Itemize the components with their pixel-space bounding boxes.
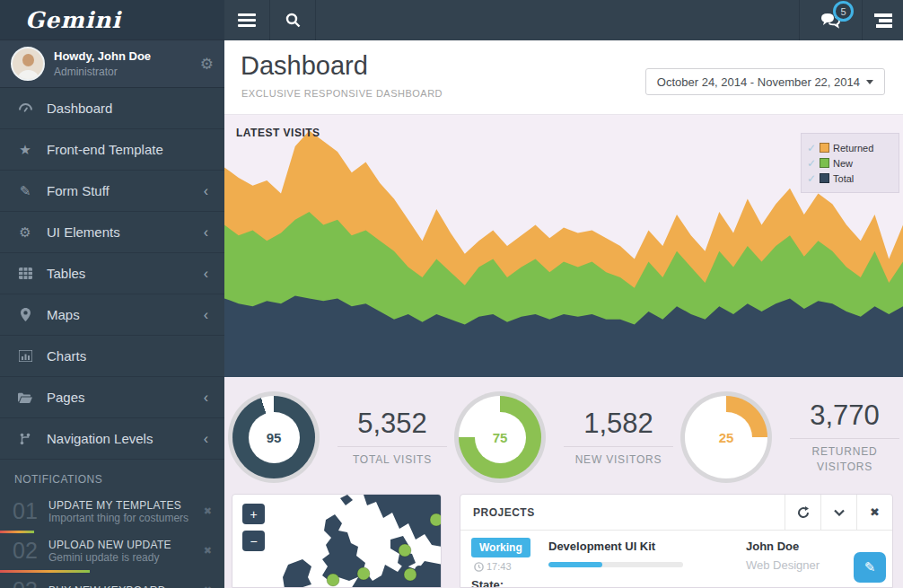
hamburger-icon — [238, 11, 256, 30]
tasks-button[interactable] — [862, 0, 903, 40]
latest-visits-chart-panel: LATEST VISITS ✓ Returned ✓ New ✓ Total — [224, 115, 903, 377]
pencil-icon: ✎ — [864, 559, 876, 575]
divider — [790, 438, 899, 439]
sidebar-item-ui-elements[interactable]: ⚙ UI Elements ‹ — [0, 212, 224, 253]
close-icon[interactable]: ✖ — [204, 545, 212, 557]
gears-icon: ⚙ — [16, 224, 34, 241]
donut-returned-visitors: 25 — [680, 391, 772, 483]
close-icon[interactable]: ✖ — [204, 505, 212, 517]
notification-subtitle: Important thing for costumers — [48, 512, 188, 524]
sidebar-item-label: Navigation Levels — [47, 431, 153, 446]
table-icon — [16, 268, 34, 279]
map-marker — [357, 567, 370, 580]
folder-icon — [16, 392, 34, 403]
refresh-icon — [797, 506, 810, 519]
status-badge[interactable]: Working — [471, 538, 530, 557]
notification-item[interactable]: 03 BUY NEW KEYBOARD ✖ — [0, 573, 224, 588]
clock-icon — [474, 562, 484, 572]
search-icon — [285, 13, 301, 28]
messages-count-badge: 5 — [833, 1, 854, 22]
fork-icon — [16, 433, 34, 445]
projects-title: PROJECTS — [460, 506, 535, 519]
sidebar-item-maps[interactable]: Maps ‹ — [0, 294, 224, 336]
legend-item-returned[interactable]: ✓ Returned — [807, 140, 893, 155]
stat-label: NEW VISITORS — [564, 452, 673, 468]
project-time: 17:43 — [487, 561, 512, 572]
check-icon: ✓ — [807, 172, 816, 185]
notification-number: 01 — [7, 498, 43, 524]
notification-title: UPLOAD NEW UPDATE — [48, 539, 171, 551]
sidebar-nav: Dashboard ★ Front-end Template ✎ Form St… — [0, 88, 224, 460]
map-marker-icon — [16, 308, 34, 321]
chevron-left-icon: ‹ — [204, 391, 208, 405]
topbar: 5 — [224, 0, 903, 40]
menu-toggle-button[interactable] — [224, 0, 270, 40]
date-range-picker[interactable]: October 24, 2014 - November 22, 2014 — [645, 68, 885, 95]
map-marker — [399, 544, 411, 557]
user-greeting: Howdy, John Doe — [54, 48, 151, 65]
stat-total-visits: 95 5,352 TOTAL VISITS — [224, 377, 451, 494]
stat-label: TOTAL VISITS — [338, 452, 447, 468]
notification-number: 03 — [7, 577, 43, 588]
chevron-left-icon: ‹ — [204, 308, 208, 322]
chart-title: LATEST VISITS — [236, 127, 320, 139]
refresh-button[interactable] — [785, 495, 820, 530]
sidebar-item-form-stuff[interactable]: ✎ Form Stuff ‹ — [0, 171, 224, 212]
legend-swatch — [820, 173, 829, 183]
legend-label: Total — [833, 173, 854, 184]
sidebar-item-tables[interactable]: Tables ‹ — [0, 253, 224, 294]
bar-chart-icon — [16, 350, 34, 362]
logo-bar: Gemini — [0, 0, 224, 40]
search-button[interactable] — [270, 0, 316, 40]
chart-legend: ✓ Returned ✓ New ✓ Total — [801, 133, 899, 193]
project-progress-track — [548, 562, 683, 567]
sidebar-item-label: Maps — [47, 307, 80, 322]
legend-item-new[interactable]: ✓ New — [807, 155, 893, 171]
map-marker — [430, 513, 442, 526]
legend-item-total[interactable]: ✓ Total — [807, 171, 893, 186]
notification-number: 02 — [7, 538, 43, 564]
stat-value: 5,352 — [338, 408, 447, 440]
stats-row: 95 5,352 TOTAL VISITS 75 1,582 NEW VISIT… — [224, 377, 903, 494]
map-zoom-out-button[interactable]: − — [242, 531, 265, 551]
settings-gear-icon[interactable]: ⚙ — [200, 55, 214, 74]
sidebar: Gemini Howdy, John Doe Administrator ⚙ D… — [0, 0, 224, 588]
projects-card: PROJECTS ✖ Working 17:43 — [460, 494, 893, 588]
stat-returned-visitors: 25 3,770 RETURNED VISITORS — [677, 377, 903, 494]
sidebar-item-pages[interactable]: Pages ‹ — [0, 377, 224, 418]
sidebar-item-navigation-levels[interactable]: Navigation Levels ‹ — [0, 418, 224, 460]
avatar — [11, 47, 45, 81]
sidebar-item-dashboard[interactable]: Dashboard — [0, 88, 224, 129]
dashboard-gauge-icon — [16, 102, 34, 114]
sidebar-item-charts[interactable]: Charts — [0, 336, 224, 377]
project-name: Development UI Kit — [548, 538, 692, 553]
legend-label: Returned — [833, 143, 873, 154]
chevron-left-icon: ‹ — [204, 267, 208, 281]
notification-item[interactable]: 01 UPDATE MY TEMPLATES Important thing f… — [0, 494, 224, 533]
sidebar-item-frontend-template[interactable]: ★ Front-end Template — [0, 129, 224, 171]
close-icon[interactable]: ✖ — [204, 584, 212, 588]
messages-button[interactable]: 5 — [799, 0, 862, 40]
sidebar-item-label: Front-end Template — [47, 142, 163, 157]
collapse-button[interactable] — [820, 495, 856, 530]
check-icon: ✓ — [807, 142, 816, 154]
map-shape-ireland — [283, 559, 311, 588]
donut-percent: 95 — [267, 430, 282, 445]
stat-new-visitors: 75 1,582 NEW VISITORS — [451, 377, 677, 494]
notification-item[interactable]: 02 UPLOAD NEW UPDATE Gemini update is re… — [0, 533, 224, 573]
close-button[interactable]: ✖ — [856, 495, 892, 530]
close-icon: ✖ — [870, 505, 880, 519]
divider — [564, 446, 673, 447]
page-title: Dashboard — [241, 51, 368, 81]
map-zoom-in-button[interactable]: + — [242, 504, 265, 524]
project-owner-role: Web Designer — [746, 558, 820, 572]
page-subtitle: EXCLUSIVE RESPONSIVE DASHBOARD — [241, 88, 443, 99]
star-icon: ★ — [16, 142, 34, 158]
edit-project-button[interactable]: ✎ — [854, 552, 886, 583]
projects-body: Working 17:43 Development UI Kit John Do… — [460, 531, 892, 588]
stat-value: 1,582 — [564, 408, 673, 440]
date-range-text: October 24, 2014 - November 22, 2014 — [657, 75, 860, 89]
chevron-down-icon — [834, 509, 845, 516]
sidebar-item-label: Pages — [47, 390, 85, 405]
sidebar-item-label: Tables — [47, 266, 85, 281]
